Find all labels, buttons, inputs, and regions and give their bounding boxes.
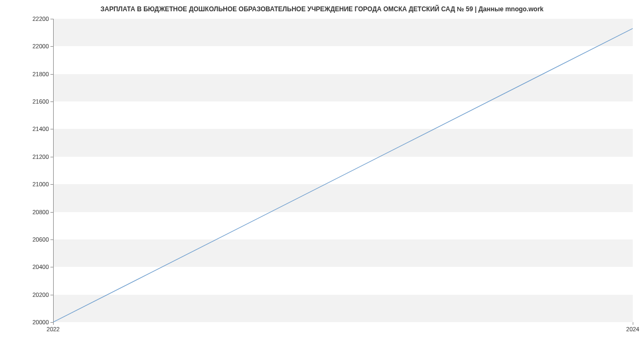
- x-tick-label: 2022: [47, 326, 60, 332]
- y-tick-mark: [50, 184, 53, 185]
- y-tick-label: 21800: [22, 71, 49, 77]
- y-tick-label: 21400: [22, 126, 49, 132]
- x-tick-mark: [53, 322, 54, 325]
- y-tick-mark: [50, 295, 53, 295]
- x-tick-label: 2024: [626, 326, 639, 332]
- y-tick-mark: [50, 212, 53, 213]
- y-tick-label: 21200: [22, 154, 49, 160]
- data-line: [53, 28, 633, 322]
- y-tick-mark: [50, 101, 53, 102]
- y-tick-label: 21600: [22, 98, 49, 105]
- y-tick-mark: [50, 239, 53, 240]
- y-tick-mark: [50, 46, 53, 47]
- y-tick-label: 21000: [22, 181, 49, 187]
- y-tick-label: 20000: [22, 319, 49, 325]
- y-tick-label: 22000: [22, 43, 49, 49]
- chart-title: ЗАРПЛАТА В БЮДЖЕТНОЕ ДОШКОЛЬНОЕ ОБРАЗОВА…: [0, 0, 644, 16]
- y-tick-label: 20600: [22, 236, 49, 243]
- y-tick-mark: [50, 267, 53, 267]
- chart-container: 2000020200204002060020800210002120021400…: [53, 19, 633, 322]
- x-tick-mark: [633, 322, 633, 325]
- y-tick-mark: [50, 19, 53, 19]
- y-tick-label: 20200: [22, 292, 49, 298]
- y-tick-mark: [50, 157, 53, 157]
- y-tick-mark: [50, 74, 53, 75]
- y-tick-label: 20800: [22, 209, 49, 215]
- y-tick-mark: [50, 129, 53, 129]
- chart-line-svg: [53, 19, 633, 322]
- y-tick-label: 22200: [22, 16, 49, 22]
- y-tick-label: 20400: [22, 264, 49, 270]
